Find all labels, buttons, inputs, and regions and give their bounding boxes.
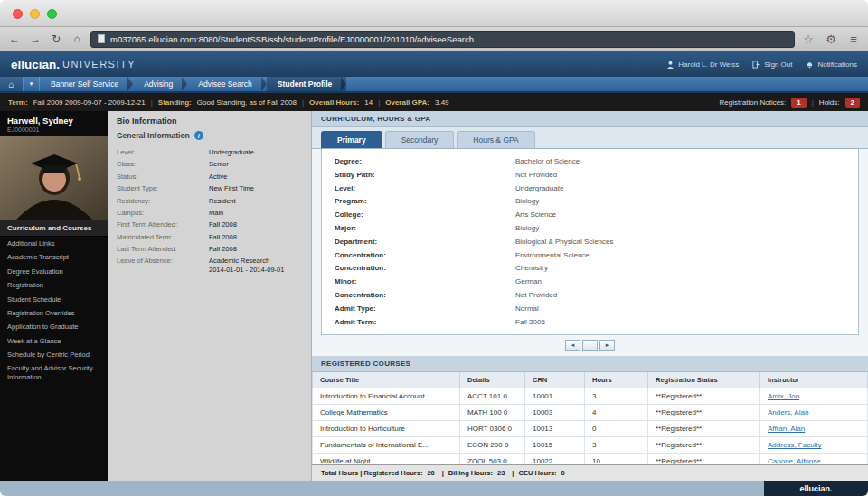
- column-course-title[interactable]: Course Title: [313, 372, 460, 388]
- extensions-icon[interactable]: ⚙: [824, 33, 838, 46]
- page-footer: ellucian.: [0, 481, 868, 496]
- pager-prev-button[interactable]: ◂: [565, 340, 580, 351]
- tab-hours-gpa[interactable]: Hours & GPA: [457, 131, 534, 148]
- term-bar-right: Registration Notices: 1 | Holds: 2: [720, 98, 860, 108]
- column-hours[interactable]: Hours: [585, 372, 648, 388]
- footer-brand-logo: ellucian.: [764, 481, 868, 496]
- course-title: Introduction to Financial Account...: [313, 388, 460, 405]
- instructor-link[interactable]: Affran, Alan: [768, 425, 805, 433]
- tab-primary[interactable]: Primary: [321, 131, 382, 148]
- bio-field-value: Active: [209, 173, 303, 181]
- bio-field-row: Leave of Absence: Academic Research 2014…: [108, 255, 311, 276]
- sidebar-item-registration-overrides[interactable]: Registration Overrides: [0, 306, 108, 320]
- nav-item-label: Advising: [144, 80, 173, 89]
- curriculum-field-row: College:Arts Science: [322, 209, 858, 222]
- sidebar-item-schedule-by-centric-period[interactable]: Schedule by Centric Period: [0, 348, 108, 361]
- column-details[interactable]: Details: [460, 372, 525, 388]
- sidebar-item-week-at-a-glance[interactable]: Week at a Glance: [0, 334, 108, 348]
- total-hours-label: Total Hours | Registered Hours:: [321, 469, 422, 477]
- home-icon[interactable]: ⌂: [70, 33, 84, 45]
- student-name: Harwell, Sydney: [0, 111, 108, 126]
- registration-notices-badge[interactable]: 1: [791, 98, 806, 108]
- sidebar-item-faculty-advisor-security-information[interactable]: Faculty and Advisor Security Information: [0, 361, 108, 384]
- bio-field-label: Level:: [117, 148, 209, 156]
- browser-menu-icon[interactable]: ≡: [846, 33, 861, 46]
- overall-gpa-value: 3.49: [435, 98, 449, 107]
- curriculum-field-label: Program:: [335, 196, 515, 208]
- bio-field-row: Last Term Attended:Fall 2008: [108, 243, 311, 255]
- ceu-hours-label: CEU Hours:: [518, 469, 556, 477]
- column-registration-status[interactable]: Registration Status: [648, 372, 760, 388]
- course-hours: 3: [585, 388, 648, 405]
- bio-field-value: Resident: [209, 197, 303, 205]
- billing-hours-label: Billing Hours:: [448, 469, 493, 477]
- course-crn: 10015: [525, 437, 585, 454]
- sidebar-item-additional-links[interactable]: Additional Links: [0, 237, 108, 250]
- bio-field-row: Status:Active: [108, 171, 311, 182]
- registration-notices-label: Registration Notices:: [720, 98, 787, 107]
- bookmark-star-icon[interactable]: ☆: [801, 33, 816, 46]
- sidebar-item-degree-evaluation[interactable]: Degree Evaluation: [0, 265, 108, 278]
- curriculum-field-label: Admit Type:: [335, 304, 515, 315]
- bio-field-value: Senior: [209, 160, 303, 168]
- header-utilities: Harold L. Dr Weiss Sign Out Notification…: [666, 61, 857, 69]
- sidebar-item-application-to-graduate[interactable]: Application to Graduate: [0, 320, 108, 333]
- curriculum-field-value: Not Provided: [515, 290, 557, 302]
- info-icon[interactable]: i: [194, 131, 203, 140]
- curriculum-field-value: Undergraduate: [515, 183, 563, 195]
- refresh-icon[interactable]: ↻: [49, 33, 63, 45]
- table-row: College Mathematics MATH 100 0 10003 4 *…: [313, 405, 868, 421]
- bio-field-label: Matriculated Term:: [117, 233, 209, 241]
- bio-field-value: Undergraduate: [209, 148, 303, 156]
- term-label: Term:: [8, 98, 28, 107]
- hours-totals-bar: Total Hours | Registered Hours: 20 | Bil…: [312, 464, 868, 481]
- close-window-button[interactable]: [13, 9, 23, 19]
- table-row: Introduction to Horticulture HORT 0306 0…: [313, 421, 868, 437]
- minimize-window-button[interactable]: [30, 9, 40, 19]
- sidebar-item-student-schedule[interactable]: Student Schedule: [0, 293, 108, 306]
- curriculum-field-row: Admit Type:Normal: [322, 303, 858, 316]
- user-menu[interactable]: Harold L. Dr Weiss: [666, 61, 739, 69]
- instructor-link[interactable]: Amix, Jon: [768, 392, 799, 400]
- curriculum-field-row: Concentration:Not Provided: [322, 289, 858, 303]
- nav-item-advisee-search[interactable]: Advisee Search: [187, 77, 267, 91]
- home-icon: ⌂: [8, 80, 14, 89]
- instructor-link[interactable]: Anders, Alan: [768, 408, 808, 416]
- back-icon[interactable]: ←: [7, 33, 22, 45]
- nav-menu-toggle[interactable]: ▾: [24, 77, 40, 91]
- separator: |: [812, 98, 814, 107]
- column-crn[interactable]: CRN: [525, 372, 585, 388]
- course-status: **Registered**: [648, 388, 760, 405]
- bio-field-row: First Term Attended:Fall 2008: [108, 219, 311, 230]
- instructor-link[interactable]: Address, Faculty: [768, 441, 822, 449]
- sign-out-label: Sign Out: [764, 61, 792, 69]
- notifications-button[interactable]: Notifications: [806, 61, 857, 69]
- column-instructor[interactable]: Instructor: [760, 372, 868, 388]
- bio-field-value-line2: 2014-01-01 - 2014-09-01: [209, 266, 303, 274]
- sign-out-button[interactable]: Sign Out: [752, 61, 792, 69]
- nav-item-advising[interactable]: Advising: [133, 77, 187, 91]
- separator: |: [378, 98, 380, 107]
- course-status: **Registered**: [648, 421, 760, 437]
- forward-icon[interactable]: →: [28, 33, 42, 45]
- ceu-hours-value: 0: [561, 469, 565, 477]
- curriculum-field-label: College:: [335, 210, 515, 221]
- zoom-window-button[interactable]: [47, 9, 57, 19]
- student-sidebar: Harwell, Sydney EJ0000001 Curriculum and…: [0, 111, 108, 481]
- curriculum-field-row: Concentration:Chemistry: [322, 262, 858, 276]
- tab-secondary[interactable]: Secondary: [385, 131, 455, 148]
- curriculum-field-row: Department:Biological & Physical Science…: [322, 236, 858, 249]
- nav-home-button[interactable]: ⌂: [0, 77, 24, 91]
- curriculum-pager: ◂ ▸: [312, 335, 868, 356]
- sidebar-item-academic-transcript[interactable]: Academic Transcript: [0, 250, 108, 264]
- sidebar-section-curriculum-and-courses[interactable]: Curriculum and Courses: [0, 220, 108, 237]
- curriculum-field-label: Minor:: [335, 276, 515, 288]
- course-hours: 0: [585, 421, 648, 437]
- curriculum-detail-panel: Degree:Bachelor of Science Study Path:No…: [321, 149, 859, 335]
- nav-item-student-profile[interactable]: Student Profile: [267, 77, 346, 91]
- pager-next-button[interactable]: ▸: [599, 340, 615, 351]
- nav-item-banner-self-service[interactable]: Banner Self Service: [40, 77, 133, 91]
- sidebar-item-registration[interactable]: Registration: [0, 278, 108, 292]
- address-bar[interactable]: m037065.ellucian.com:8080/StudentSSB/ssb…: [90, 31, 795, 48]
- holds-badge[interactable]: 2: [845, 98, 860, 108]
